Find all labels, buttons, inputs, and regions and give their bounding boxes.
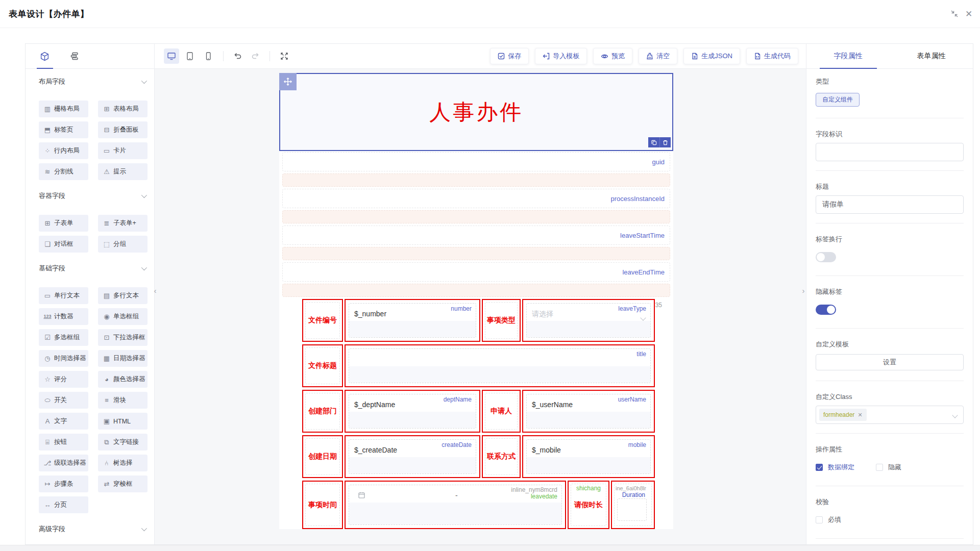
hidden-field-leaveEndTime[interactable]: leaveEndTime (282, 262, 670, 282)
palette-item-单选框组[interactable]: ◉单选框组 (98, 308, 148, 325)
undo-icon[interactable] (231, 49, 245, 63)
duration-cell[interactable]: ine_6ai0h8lr Duration (611, 481, 655, 529)
label-cell[interactable]: 文件标题 (302, 344, 343, 387)
copy-icon[interactable] (648, 137, 659, 147)
palette-item-按钮[interactable]: ⌸按钮 (39, 434, 88, 450)
palette-item-折叠面板[interactable]: ⊟折叠面板 (98, 121, 148, 138)
label-cell[interactable]: 申请人 (482, 390, 521, 433)
palette-item-子表单[interactable]: ⊞子表单 (39, 215, 88, 232)
checkbox-icon[interactable] (816, 516, 823, 523)
palette-item-行内布局[interactable]: ⁘行内布局 (39, 142, 88, 159)
hidden-checkbox[interactable]: 隐藏 (876, 463, 901, 472)
tab-field-properties[interactable]: 字段属性 (806, 44, 890, 68)
palette-item-级联选择器[interactable]: ⎇级联选择器 (39, 455, 88, 471)
palette-item-分割线[interactable]: ≋分割线 (39, 163, 88, 180)
label-cell[interactable]: 联系方式 (482, 435, 521, 478)
fullscreen-icon[interactable] (277, 49, 291, 63)
palette-item-卡片[interactable]: ▭卡片 (98, 142, 148, 159)
label-wrap-toggle[interactable] (816, 252, 836, 262)
palette-item-文字[interactable]: A文字 (39, 413, 88, 430)
form-page[interactable]: 人事办件 (279, 73, 673, 529)
palette-item-分组[interactable]: ⬚分组 (98, 236, 148, 253)
form-header-component[interactable]: 人事办件 (279, 73, 673, 151)
input-cell[interactable]: $_createDate createDate (345, 435, 480, 478)
palette-item-穿梭框[interactable]: ⇄穿梭框 (98, 475, 148, 492)
palette-item-多行文本[interactable]: ▤多行文本 (98, 287, 148, 304)
hidden-field-processInstanceId[interactable]: processInstanceId (282, 189, 670, 208)
palette-item-树选择[interactable]: ⑃树选择 (98, 455, 148, 471)
tab-form-properties[interactable]: 表单属性 (890, 44, 973, 68)
tablet-icon[interactable] (182, 48, 198, 64)
input-cell[interactable]: title (345, 344, 655, 387)
checkbox-icon[interactable] (876, 464, 883, 471)
palette-item-日期选择器[interactable]: ▦日期选择器 (98, 350, 148, 367)
palette-item-计数器[interactable]: 123计数器 (39, 308, 88, 325)
input-cell[interactable]: $_mobile mobile (522, 435, 655, 478)
palette-item-对话框[interactable]: ❑对话框 (39, 236, 88, 253)
remove-tag-icon[interactable]: ✕ (857, 412, 862, 418)
select-cell[interactable]: 请选择 leaveType (522, 299, 655, 342)
tab-outline[interactable] (67, 44, 82, 68)
palette-item-多选框组[interactable]: ☑多选框组 (39, 329, 88, 346)
palette-item-栅格布局[interactable]: ▥栅格布局 (39, 101, 88, 117)
move-icon[interactable] (279, 73, 297, 90)
input-cell[interactable]: $_number number (345, 299, 480, 342)
template-settings-button[interactable]: 设置 (816, 354, 964, 370)
tab-components[interactable] (37, 44, 53, 68)
import-template-button[interactable]: 导入模板 (535, 48, 587, 64)
palette-item-子表单+[interactable]: ≣子表单+ (98, 215, 148, 232)
collapse-right-icon[interactable]: › (799, 283, 807, 298)
daterange-cell[interactable]: - inline_nym8mcrd leavedate (345, 481, 566, 529)
required-checkbox[interactable]: 必填 (816, 515, 841, 524)
label-cell[interactable]: 文件编号 (302, 299, 343, 342)
save-button[interactable]: 保存 (490, 48, 529, 64)
label-cell[interactable]: 事项类型 (482, 299, 521, 342)
palette-item-下拉选择框[interactable]: ⊡下拉选择框 (98, 329, 148, 346)
palette-item-分页[interactable]: ↔分页 (39, 496, 88, 513)
generate-code-button[interactable]: 生成代码 (746, 48, 798, 64)
title-input[interactable] (816, 195, 964, 214)
palette-item-开关[interactable]: ⬭开关 (39, 392, 88, 409)
palette-item-单行文本[interactable]: ▭单行文本 (39, 287, 88, 304)
palette-scroll-area[interactable]: 布局字段▥栅格布局⊞表格布局⬒标签页⊟折叠面板⁘行内布局▭卡片≋分割线⚠提示容器… (26, 69, 154, 544)
label-cell[interactable]: 创建部门 (302, 390, 343, 433)
trash-icon[interactable] (659, 137, 671, 147)
palette-item-标签页[interactable]: ⬒标签页 (39, 121, 88, 138)
label-cell[interactable]: 创建日期 (302, 435, 343, 478)
chevron-down-icon[interactable] (141, 265, 147, 270)
hidden-field-leaveStartTime[interactable]: leaveStartTime (282, 226, 670, 245)
design-workspace[interactable]: 人事办件 (155, 69, 806, 544)
checkbox-checked-icon[interactable] (816, 464, 823, 471)
close-icon[interactable]: ✕ (962, 7, 976, 21)
palette-item-时间选择器[interactable]: ◷时间选择器 (39, 350, 88, 367)
palette-item-滑块[interactable]: ≡滑块 (98, 392, 148, 409)
palette-item-HTML[interactable]: ▣HTML (98, 413, 148, 430)
hidden-field-guid[interactable]: guid (282, 152, 670, 171)
palette-item-步骤条[interactable]: ↦步骤条 (39, 475, 88, 492)
hide-label-toggle[interactable] (816, 305, 836, 315)
phone-icon[interactable] (201, 48, 216, 64)
input-cell[interactable]: $_userName userName (522, 390, 655, 433)
label-cell[interactable]: 事项时间 (302, 481, 343, 529)
palette-item-提示[interactable]: ⚠提示 (98, 163, 148, 180)
palette-item-评分[interactable]: ☆评分 (39, 371, 88, 388)
data-binding-checkbox[interactable]: 数据绑定 (816, 463, 854, 472)
monitor-icon[interactable] (164, 48, 179, 64)
generate-json-button[interactable]: 生成JSON (683, 48, 740, 64)
chevron-down-icon[interactable] (141, 525, 147, 531)
clear-button[interactable]: 清空 (639, 48, 677, 64)
custom-class-select[interactable]: formheader ✕ (816, 406, 964, 424)
collapse-left-icon[interactable]: ‹ (151, 283, 159, 298)
preview-button[interactable]: 预览 (593, 48, 632, 64)
palette-item-表格布局[interactable]: ⊞表格布局 (98, 101, 148, 117)
palette-item-文字链接[interactable]: ⧉文字链接 (98, 434, 148, 450)
field-key-input[interactable] (816, 143, 964, 161)
redo-icon[interactable] (248, 49, 262, 63)
table-layout[interactable]: report_1622518382735 文件编号 $_number numbe… (302, 299, 655, 529)
label-cell[interactable]: shichang 请假时长 (568, 481, 609, 529)
chevron-down-icon[interactable] (141, 192, 147, 198)
input-cell[interactable]: $_deptName deptName (345, 390, 480, 433)
chevron-down-icon[interactable] (141, 78, 147, 84)
palette-item-颜色选择器[interactable]: ◕颜色选择器 (98, 371, 148, 388)
compress-icon[interactable] (947, 7, 962, 21)
